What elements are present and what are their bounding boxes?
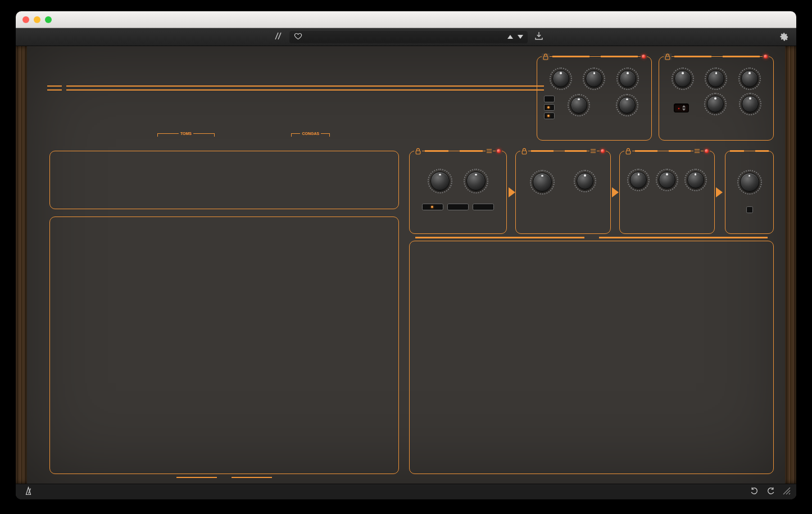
compare-icon[interactable]	[273, 31, 283, 43]
filter-resonance-knob[interactable]	[466, 172, 486, 191]
volume-knob[interactable]	[740, 173, 759, 192]
reverb-send-row	[55, 182, 394, 201]
reverb-led	[763, 55, 769, 58]
delay-xfeed-button[interactable]	[544, 112, 555, 119]
metronome-icon[interactable]	[25, 486, 32, 497]
distortion-menu-icon[interactable]	[589, 149, 597, 154]
minimize-window-button[interactable]	[34, 16, 40, 23]
delay-right-knob[interactable]	[586, 70, 602, 87]
sync-led	[547, 106, 550, 109]
reverb-level-knob[interactable]	[742, 96, 759, 112]
volume-header	[730, 147, 769, 155]
undo-button[interactable]	[750, 487, 759, 497]
pitch-knob-row	[55, 244, 394, 263]
reverb-preset-display[interactable]	[674, 103, 689, 113]
preset-up-button[interactable]	[682, 105, 686, 107]
logo-line	[47, 85, 62, 91]
distortion-header	[520, 147, 606, 155]
delay-mode-buttons	[544, 96, 555, 119]
preset-browser	[273, 31, 543, 43]
reverb-panel	[659, 56, 774, 141]
zoom-window-button[interactable]	[45, 16, 52, 23]
mixer-channel-labels	[55, 324, 394, 339]
delay-level-knob[interactable]	[619, 97, 636, 114]
sound-selection-panel	[409, 241, 774, 474]
fader-row	[55, 350, 394, 445]
sound-selection-header	[415, 237, 768, 238]
filter-panel	[409, 151, 507, 234]
delay-header	[542, 52, 647, 61]
compressor-release-knob[interactable]	[659, 172, 675, 188]
compressor-compress-knob[interactable]	[630, 172, 647, 188]
distortion-led	[600, 149, 606, 153]
reverb-decay-knob[interactable]	[741, 70, 758, 87]
mute-solo-row	[55, 447, 394, 457]
filter-cutoff-knob[interactable]	[430, 172, 450, 191]
distortion-lock-icon[interactable]	[520, 148, 528, 155]
compressor-lock-icon[interactable]	[624, 148, 632, 155]
reverb-lock-icon[interactable]	[664, 53, 672, 60]
compressor-panel	[619, 151, 715, 234]
decay-knob-row	[55, 266, 394, 285]
delay-panel	[537, 56, 652, 141]
mixer-panel	[49, 217, 399, 474]
group-bracket-label: TOMS	[179, 132, 193, 136]
reverb-filter-knob[interactable]	[707, 96, 724, 112]
lp-led	[431, 206, 433, 208]
sends-panel	[49, 151, 399, 209]
redo-button[interactable]	[766, 487, 775, 497]
distortion-mix-knob[interactable]	[577, 173, 593, 190]
preset-next-button[interactable]	[518, 35, 523, 39]
settings-gear-icon[interactable]	[779, 32, 789, 44]
delay-led	[641, 55, 647, 58]
compressor-header	[624, 147, 710, 155]
mixer-footer	[50, 477, 398, 479]
signal-flow-arrow	[612, 187, 619, 197]
filter-hp-button[interactable]	[447, 204, 469, 210]
lphp-knob-row	[55, 223, 394, 242]
delay-link-button[interactable]	[544, 96, 555, 102]
favorite-icon[interactable]	[294, 32, 302, 42]
close-window-button[interactable]	[22, 16, 29, 23]
reverb-header	[664, 52, 769, 61]
preset-steppers	[682, 105, 686, 111]
distortion-drive-knob[interactable]	[533, 173, 552, 192]
filter-bp-button[interactable]	[473, 204, 494, 210]
filter-menu-icon[interactable]	[486, 149, 493, 154]
filter-lp-button[interactable]	[422, 204, 443, 210]
delay-left-knob[interactable]	[552, 70, 569, 87]
signal-flow-arrow	[716, 187, 723, 197]
filter-led	[496, 149, 502, 153]
distortion-panel	[515, 151, 611, 234]
channel-locks-row	[55, 458, 394, 467]
send-channel-labels: TOMSCONGAS	[49, 132, 399, 147]
channel-group-bracket-toms: TOMS	[157, 132, 215, 138]
preset-bar[interactable]	[289, 31, 528, 43]
save-preset-icon[interactable]	[534, 31, 543, 43]
wood-panel-left	[16, 46, 27, 484]
delay-hpf-knob[interactable]	[570, 97, 587, 114]
fx-return-button[interactable]	[746, 206, 753, 213]
delay-feedback-knob[interactable]	[619, 70, 636, 87]
plugin-window: TOMSCONGAS	[16, 11, 796, 499]
delay-send-row	[55, 159, 394, 178]
logo-line	[66, 85, 544, 91]
compressor-mix-knob[interactable]	[687, 172, 704, 188]
group-bracket-label: CONGAS	[300, 132, 321, 136]
delay-sync-button[interactable]	[544, 104, 555, 111]
filter-lock-icon[interactable]	[414, 148, 422, 155]
channel-group-bracket-congas: CONGAS	[291, 132, 329, 138]
filter-header	[414, 147, 502, 155]
volume-panel	[725, 151, 774, 234]
compressor-menu-icon[interactable]	[693, 149, 701, 154]
reverb-size-knob[interactable]	[707, 70, 724, 87]
preset-previous-button[interactable]	[507, 35, 513, 39]
reverb-predelay-knob[interactable]	[674, 70, 691, 87]
resize-handle[interactable]	[783, 487, 791, 497]
compressor-led	[704, 149, 710, 153]
mixer-group-brackets	[55, 341, 394, 348]
preset-down-button[interactable]	[682, 109, 686, 111]
toolbar	[16, 28, 796, 46]
xfeed-led	[547, 115, 550, 117]
delay-lock-icon[interactable]	[542, 53, 550, 60]
